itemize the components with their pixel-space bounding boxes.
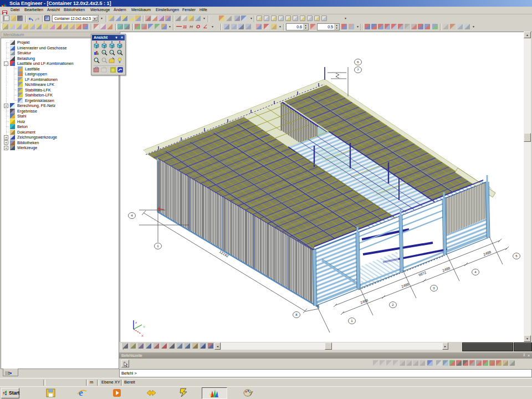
- svg-text:Y: Y: [143, 325, 145, 329]
- svg-text:2488: 2488: [442, 266, 451, 273]
- svg-text:z: z: [135, 321, 137, 324]
- svg-text:2488: 2488: [401, 282, 410, 289]
- svg-text:▭: ▭: [118, 50, 121, 54]
- svg-text:B: B: [111, 68, 115, 73]
- svg-text:+: +: [103, 50, 105, 54]
- svg-text:−: −: [111, 50, 112, 54]
- svg-text:2488: 2488: [483, 250, 492, 257]
- svg-text:9872: 9872: [418, 270, 427, 277]
- svg-text:X: X: [141, 334, 144, 337]
